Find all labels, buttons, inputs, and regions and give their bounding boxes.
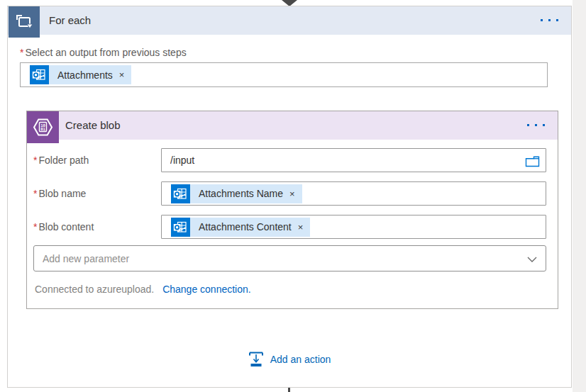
remove-token-icon[interactable]: × <box>298 222 304 233</box>
create-blob-menu-button[interactable] <box>526 120 546 130</box>
required-asterisk: * <box>33 188 37 199</box>
remove-token-icon[interactable]: × <box>119 69 125 80</box>
azure-blob-storage-icon: 10 01 <box>27 111 59 143</box>
for-each-title: For each <box>49 6 91 35</box>
blob-content-field[interactable]: Attachments Content × <box>161 215 546 239</box>
add-new-parameter-dropdown[interactable] <box>33 245 546 271</box>
folder-path-field <box>161 148 546 172</box>
create-blob-header[interactable]: 10 01 Create blob <box>27 111 558 140</box>
attachments-name-token[interactable]: Attachments Name × <box>171 184 302 203</box>
connector-line <box>288 388 290 392</box>
required-asterisk: * <box>20 47 23 58</box>
required-asterisk: * <box>33 221 37 233</box>
add-new-parameter-input[interactable] <box>34 246 546 271</box>
connection-status: Connected to azureupload.Change connecti… <box>35 284 251 295</box>
output-selector-label: *Select an output from previous steps <box>20 47 187 58</box>
token-label: Attachments Name × <box>190 184 302 203</box>
token-label: Attachments × <box>49 65 131 84</box>
outlook-connector-icon <box>171 184 190 203</box>
add-action-label: Add an action <box>270 354 331 365</box>
blob-name-field[interactable]: Attachments Name × <box>161 181 546 206</box>
flow-designer-canvas: For each *Select an output from previous… <box>0 0 586 392</box>
blob-name-label: *Blob name <box>33 188 86 199</box>
outlook-connector-icon <box>30 65 49 84</box>
folder-picker-button[interactable] <box>524 152 541 169</box>
add-an-action-button[interactable]: Add an action <box>8 352 571 367</box>
ellipsis-icon <box>541 19 558 21</box>
for-each-menu-button[interactable] <box>539 15 560 26</box>
required-asterisk: * <box>33 155 37 166</box>
attachments-token[interactable]: Attachments × <box>30 65 131 84</box>
connection-status-text: Connected to azureupload. <box>35 284 154 295</box>
chevron-down-icon[interactable] <box>527 254 537 265</box>
change-connection-link[interactable]: Change connection. <box>162 284 251 295</box>
svg-text:01: 01 <box>40 127 45 131</box>
for-each-header[interactable]: For each <box>8 6 571 35</box>
outlook-connector-icon <box>171 218 190 237</box>
create-blob-card: 10 01 Create blob *Folder path <box>26 111 558 309</box>
create-blob-title: Create blob <box>65 111 121 140</box>
remove-token-icon[interactable]: × <box>289 189 295 199</box>
ellipsis-icon <box>527 124 545 126</box>
folder-path-input[interactable] <box>162 149 546 172</box>
for-each-output-input[interactable]: Attachments × <box>20 62 548 87</box>
folder-icon <box>525 155 540 167</box>
folder-path-label: *Folder path <box>33 155 89 166</box>
attachments-content-token[interactable]: Attachments Content × <box>171 218 310 237</box>
for-each-loop-icon <box>9 6 40 38</box>
for-each-card: For each *Select an output from previous… <box>7 6 572 388</box>
token-label: Attachments Content × <box>190 218 310 237</box>
blob-content-label: *Blob content <box>33 221 94 233</box>
add-action-icon <box>248 352 264 367</box>
canvas-background <box>573 0 586 392</box>
